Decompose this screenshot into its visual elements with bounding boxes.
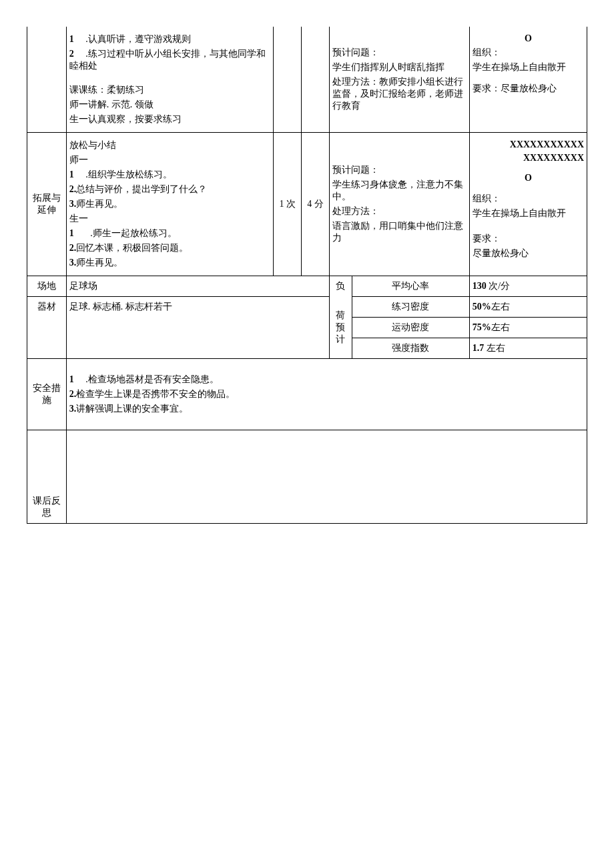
txt: 师生再见。 [76, 199, 123, 209]
txt: 生一认真观察，按要求练习 [69, 113, 270, 125]
marker-x: XXXXXXXXXXX [473, 139, 584, 150]
empty-cell [66, 338, 329, 359]
table-row: 强度指数 1.7 左右 [27, 338, 587, 359]
problem-cell: 预计问题： 学生们指挥别人时瞎乱指挥 处理方法：教师安排小组长进行监督，及时汇报… [330, 27, 470, 133]
txt: 讲解强调上课的安全事宜。 [76, 404, 188, 414]
txt: 处理方法：教师安排小组长进行监督，及时汇报给老师，老师进行教育 [332, 76, 467, 112]
table-row: 拓展与延伸 放松与小结 师一 1 .组织学生放松练习。 2.总结与评价，提出学到… [27, 133, 587, 276]
metric-value: 50%左右 [469, 297, 587, 318]
empty-cell [274, 27, 302, 133]
empty-cell [302, 27, 330, 133]
metric-label: 强度指数 [352, 338, 469, 359]
empty-cell [27, 338, 67, 359]
section-label: 拓展与延伸 [27, 133, 67, 276]
txt: 学生在操场上自由散开 [473, 61, 584, 73]
times-cell: 1 次 [274, 133, 302, 276]
load-label-2: 荷 预计 [330, 297, 352, 359]
num: 2 [69, 49, 74, 59]
lesson-plan-table: 1 .认真听讲，遵守游戏规则 2 .练习过程中听从小组长安排，与其他同学和睦相处… [27, 27, 587, 524]
empty-cell [27, 318, 67, 338]
metric-value: 75%左右 [469, 318, 587, 338]
txt: 师一讲解. 示范. 领做 [69, 99, 270, 111]
txt: 学生在操场上自由散开 [473, 207, 584, 220]
txt: 组织： [473, 193, 584, 205]
txt: .检查场地器材是否有安全隐患。 [85, 374, 219, 384]
num: 2. [69, 389, 77, 399]
load-label: 负 [330, 276, 352, 297]
metric-label: 运动密度 [352, 318, 469, 338]
num: 1 [69, 228, 74, 238]
activity-cell: 1 .认真听讲，遵守游戏规则 2 .练习过程中听从小组长安排，与其他同学和睦相处… [66, 27, 273, 133]
txt: .练习过程中听从小组长安排，与其他同学和睦相处 [69, 49, 266, 71]
txt: 回忆本课，积极回答问题。 [76, 243, 188, 253]
txt: 要求：尽量放松身心 [473, 83, 584, 95]
table-row: 课后反思 [27, 430, 587, 524]
equip-value: 足球. 标志桶. 标志杆若干 [66, 297, 329, 318]
val-num: 50% [473, 302, 491, 312]
safety-content: 1 .检查场地器材是否有安全隐患。 2.检查学生上课是否携带不安全的物品。 3.… [66, 359, 587, 430]
txt: 学生练习身体疲惫，注意力不集中。 [332, 179, 467, 203]
num: 3. [69, 258, 77, 268]
field-value: 足球场 [66, 276, 329, 297]
txt: 学生们指挥别人时瞎乱指挥 [332, 61, 467, 73]
problem-cell: 预计问题： 学生练习身体疲惫，注意力不集中。 处理方法： 语言激励，用口哨集中他… [330, 133, 470, 276]
metric-value: 130 次/分 [469, 276, 587, 297]
table-row: 场地 足球场 负 平均心率 130 次/分 [27, 276, 587, 297]
txt: 预计问题： [332, 164, 467, 176]
metric-value: 1.7 左右 [469, 338, 587, 359]
txt: .认真听讲，遵守游戏规则 [85, 34, 191, 44]
activity-cell: 放松与小结 师一 1 .组织学生放松练习。 2.总结与评价，提出学到了什么？ 3… [66, 133, 273, 276]
field-label: 场地 [27, 276, 67, 297]
num: 1 [69, 169, 74, 179]
num: 1 [69, 374, 74, 384]
num: 1 [69, 34, 74, 44]
txt: 课课练：柔韧练习 [69, 84, 270, 96]
txt: 要求： [473, 233, 584, 245]
metric-label: 练习密度 [352, 297, 469, 318]
reflection-label: 课后反思 [27, 430, 67, 524]
num: 2. [69, 184, 77, 194]
val-num: 75% [473, 322, 491, 332]
txt: 生一 [69, 213, 270, 225]
empty-cell [66, 318, 329, 338]
txt: 处理方法： [332, 205, 467, 218]
txt: 尽量放松身心 [473, 248, 584, 260]
txt: 师一 [69, 154, 270, 166]
safety-label: 安全措施 [27, 359, 67, 430]
txt: 检查学生上课是否携带不安全的物品。 [76, 389, 235, 399]
marker-x: XXXXXXXXX [473, 153, 584, 163]
num: 3. [69, 199, 77, 209]
txt: 师生再见。 [76, 258, 123, 268]
table-row: 安全措施 1 .检查场地器材是否有安全隐患。 2.检查学生上课是否携带不安全的物… [27, 359, 587, 430]
num: 2. [69, 243, 77, 253]
metric-label: 平均心率 [352, 276, 469, 297]
org-cell: XXXXXXXXXXX XXXXXXXXX O 组织： 学生在操场上自由散开 要… [469, 133, 587, 276]
txt: 组织： [473, 47, 584, 59]
duration-cell: 4 分 [302, 133, 330, 276]
txt: 总结与评价，提出学到了什么？ [76, 184, 207, 194]
txt: 预计问题： [332, 47, 467, 59]
val-num: 130 [473, 281, 487, 291]
txt: 放松与小结 [69, 139, 270, 151]
marker-o: O [473, 173, 584, 183]
org-cell: O 组织： 学生在操场上自由散开 要求：尽量放松身心 [469, 27, 587, 133]
table-row: 运动密度 75%左右 [27, 318, 587, 338]
table-row: 1 .认真听讲，遵守游戏规则 2 .练习过程中听从小组长安排，与其他同学和睦相处… [27, 27, 587, 133]
txt: .组织学生放松练习。 [85, 169, 172, 179]
equip-label: 器材 [27, 297, 67, 318]
empty-cell [27, 27, 67, 133]
txt: 语言激励，用口哨集中他们注意力 [332, 220, 467, 244]
val-num: 1.7 [473, 343, 485, 353]
table-row: 器材 足球. 标志桶. 标志杆若干 荷 预计 练习密度 50%左右 [27, 297, 587, 318]
marker-o: O [473, 33, 584, 44]
num: 3. [69, 404, 77, 414]
reflection-content [66, 430, 587, 524]
txt: .师生一起放松练习。 [90, 228, 177, 238]
